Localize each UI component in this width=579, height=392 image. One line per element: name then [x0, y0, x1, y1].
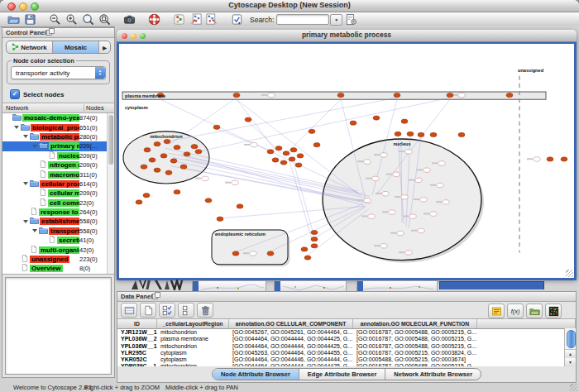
tree-scrollbar-thumb[interactable]	[108, 115, 113, 165]
tree-row[interactable]: cell communicat22(0)	[2, 198, 114, 208]
selected-node[interactable]	[174, 190, 180, 194]
selected-node[interactable]	[272, 158, 279, 162]
open-file-icon[interactable]	[5, 13, 22, 26]
table-row[interactable]: YPL036W__1mitochondrion[GO:0044464, GO:0…	[117, 343, 576, 350]
table-cell[interactable]: cytoplasm	[157, 350, 229, 356]
selected-node[interactable]	[149, 158, 156, 162]
table-row[interactable]: YPL036W__2plasma membrane[GO:0044464, GO…	[117, 336, 576, 342]
table-cell[interactable]: YPL036W__2	[117, 336, 157, 342]
selected-node[interactable]	[144, 148, 151, 152]
tab-network[interactable]: Network	[7, 41, 53, 53]
tree-row[interactable]: cellular process614(0)	[2, 179, 114, 189]
selected-node[interactable]	[245, 117, 251, 122]
table-cell[interactable]: YJR121W__1	[117, 329, 157, 336]
scroll-down-icon[interactable]: ▼	[565, 358, 576, 366]
unselected-node[interactable]	[397, 231, 404, 235]
tree-row[interactable]: nucleobase-209(0)	[2, 151, 114, 160]
tree-row[interactable]: biological_process651(0)	[2, 122, 114, 131]
table-cell[interactable]: [GO:0016787, GO:0005488, GO:0005215, G..…	[353, 329, 477, 336]
unselected-node[interactable]	[437, 183, 443, 187]
background-window-4[interactable]	[439, 281, 544, 289]
tree-row[interactable]: transport558(0)	[2, 227, 114, 236]
column-header[interactable]: _cellularLayoutRegion	[157, 319, 229, 328]
unselected-node[interactable]	[251, 142, 257, 146]
select-attributes-icon[interactable]	[159, 303, 175, 318]
zoom-out-icon[interactable]	[46, 13, 63, 26]
unselected-node[interactable]	[364, 198, 371, 203]
tree-row[interactable]: cellular metabo209(0)	[2, 189, 114, 198]
selected-node[interactable]	[141, 165, 147, 169]
selected-node[interactable]	[267, 150, 274, 154]
table-cell[interactable]: mitochondrion	[157, 343, 229, 350]
selected-node[interactable]	[233, 93, 240, 97]
selected-node[interactable]	[136, 200, 142, 204]
help-lifering-icon[interactable]	[146, 13, 162, 26]
network-window-titlebar[interactable]: primary metabolic process	[117, 30, 577, 42]
save-icon[interactable]	[22, 13, 38, 26]
table-cell[interactable]: mitochondrion	[157, 329, 229, 336]
unselected-node[interactable]	[380, 153, 387, 157]
unselected-node[interactable]	[389, 210, 395, 214]
selected-node[interactable]	[506, 93, 513, 97]
selected-node[interactable]	[160, 154, 167, 158]
selected-node[interactable]	[217, 217, 223, 221]
selected-node[interactable]	[280, 160, 287, 165]
unselected-node[interactable]	[202, 176, 208, 180]
unselected-node[interactable]	[415, 178, 422, 182]
unselected-node[interactable]	[458, 93, 465, 97]
selected-node[interactable]	[290, 148, 297, 152]
unselected-node[interactable]	[232, 180, 238, 184]
tree-row[interactable]: nitrogen compo209(0)	[2, 160, 114, 170]
table-cell[interactable]: [GO:0016787, GO:0005488, GO:0005215, G..…	[353, 336, 477, 342]
unselected-node[interactable]	[423, 168, 430, 172]
selected-node[interactable]	[275, 146, 282, 151]
selected-node[interactable]	[283, 151, 290, 155]
network-canvas[interactable]: plasma membranecytoplasmmitochondrionnuc…	[117, 42, 577, 280]
edge[interactable]	[294, 163, 313, 235]
new-attribute-icon[interactable]	[140, 303, 156, 318]
edge[interactable]	[290, 161, 313, 242]
selected-node[interactable]	[154, 141, 160, 146]
birds-eye-view[interactable]	[5, 277, 112, 375]
selected-node[interactable]	[154, 168, 160, 172]
search-dropdown-button[interactable]: ▼	[330, 14, 342, 26]
table-row[interactable]: YJR121W__1mitochondrion[GO:0045267, GO:0…	[117, 329, 576, 336]
tab-network-attribute-browser[interactable]: Network Attribute Browser	[385, 369, 481, 380]
selected-node[interactable]	[191, 145, 198, 149]
table-cell[interactable]: [GO:0045267, GO:0045261, GO:0044464, G..…	[229, 329, 353, 336]
selected-node[interactable]	[301, 247, 308, 251]
unselected-node[interactable]	[250, 251, 256, 256]
tree-row[interactable]: primary metabo209(...	[2, 141, 114, 151]
selected-node[interactable]	[547, 157, 553, 161]
import-attributes-icon[interactable]	[526, 304, 543, 318]
table-cell[interactable]: [GO:0016787, GO:0005488, GO:0005215, G..…	[353, 343, 477, 350]
selected-node[interactable]	[401, 119, 408, 123]
selected-node[interactable]	[213, 125, 220, 129]
tab-mosaic[interactable]: Mosaic	[53, 41, 99, 53]
unselected-node[interactable]	[268, 93, 275, 97]
selected-node[interactable]	[295, 163, 302, 167]
selected-node[interactable]	[309, 129, 315, 133]
table-row[interactable]: YDR039C__1mitochondrion[GO:0044464, GO:0…	[117, 363, 576, 366]
column-header[interactable]: ID	[117, 319, 157, 328]
selected-node[interactable]	[232, 251, 239, 256]
table-cell[interactable]: YPL036W__1	[117, 343, 157, 350]
view-resize-grip[interactable]	[566, 270, 573, 277]
selected-node[interactable]	[205, 198, 212, 203]
table-cell[interactable]: [GO:0044464, GO:0044444, GO:0044425, G..…	[229, 336, 353, 342]
selected-node[interactable]	[304, 256, 311, 260]
node-color-dropdown[interactable]: transporter activity ▲▼	[11, 66, 106, 79]
unselected-node[interactable]	[420, 198, 427, 202]
selected-node[interactable]	[350, 121, 356, 125]
table-row[interactable]: YKR052Ccytoplasm[GO:0044464, GO:0044446,…	[117, 356, 576, 363]
search-config-icon[interactable]	[342, 13, 359, 26]
unselected-node[interactable]	[405, 251, 412, 255]
unselected-node[interactable]	[534, 157, 540, 161]
vizmapper-icon[interactable]	[170, 13, 187, 26]
select-nodes-checkbox[interactable]: ✓	[10, 89, 20, 99]
selected-node[interactable]	[394, 93, 400, 97]
disclosure-triangle-icon[interactable]	[14, 126, 19, 129]
selected-node[interactable]	[311, 237, 318, 241]
table-cell[interactable]: [GO:0044464, GO:0044444, GO:0044425, G..…	[229, 363, 353, 366]
selected-node[interactable]	[297, 154, 304, 158]
